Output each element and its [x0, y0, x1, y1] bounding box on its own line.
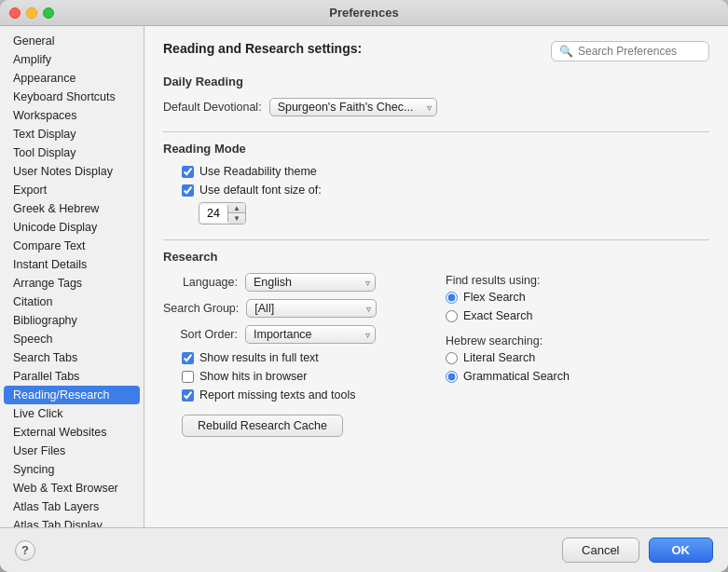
show-hits-checkbox[interactable]	[182, 371, 194, 383]
divider-2	[163, 239, 709, 240]
sidebar-item-parallel-tabs[interactable]: Parallel Tabs	[4, 367, 140, 386]
main-panel: Reading and Research settings: 🔍 Daily R…	[144, 26, 728, 527]
sidebar-item-tool-display[interactable]: Tool Display	[4, 143, 140, 162]
window-title: Preferences	[329, 6, 398, 20]
show-full-text-row: Show results in full text	[182, 351, 427, 364]
stepper-buttons: ▲ ▼	[228, 203, 245, 224]
language-label: Language:	[163, 276, 238, 289]
devotional-select-wrapper: Spurgeon's Faith's Chec... ▿	[269, 98, 437, 116]
sidebar-item-amplify[interactable]: Amplify	[4, 50, 140, 69]
preferences-window: Preferences GeneralAmplifyAppearanceKeyb…	[0, 0, 728, 572]
language-row: Language: English ▿	[163, 273, 427, 292]
sort-order-select[interactable]: Importance	[245, 325, 376, 344]
devotional-select[interactable]: Spurgeon's Faith's Chec...	[269, 98, 437, 116]
sidebar-item-atlas-tab-display[interactable]: Atlas Tab Display	[4, 516, 140, 527]
grammatical-search-label: Grammatical Search	[463, 370, 570, 383]
sidebar-item-instant-details[interactable]: Instant Details	[4, 255, 140, 274]
sidebar-item-workspaces[interactable]: Workspaces	[4, 106, 140, 125]
literal-search-row: Literal Search	[446, 351, 709, 364]
sort-order-label: Sort Order:	[163, 328, 238, 341]
show-hits-row: Show hits in browser	[182, 370, 427, 383]
flex-search-row: Flex Search	[446, 291, 709, 304]
literal-search-radio[interactable]	[446, 352, 458, 364]
report-missing-checkbox[interactable]	[182, 389, 194, 402]
sidebar-item-speech[interactable]: Speech	[4, 330, 140, 348]
hebrew-section: Hebrew searching: Literal Search Grammat…	[446, 334, 709, 383]
stepper-down-button[interactable]: ▼	[228, 213, 245, 224]
devotional-label: Default Devotional:	[163, 101, 262, 114]
close-button[interactable]	[9, 7, 21, 19]
sidebar-item-text-display[interactable]: Text Display	[4, 125, 140, 143]
maximize-button[interactable]	[43, 7, 54, 19]
research-label: Research	[163, 250, 709, 264]
find-results-section: Find results using: Flex Search Exact Se…	[446, 273, 709, 322]
reading-mode-label: Reading Mode	[163, 142, 709, 156]
sort-order-row: Sort Order: Importance ▿	[163, 325, 427, 344]
daily-reading-label: Daily Reading	[163, 75, 709, 89]
hebrew-label: Hebrew searching:	[446, 334, 543, 347]
readability-row: Use Readability theme	[163, 165, 709, 178]
flex-search-label: Flex Search	[463, 291, 526, 304]
sidebar-item-compare-text[interactable]: Compare Text	[4, 237, 140, 255]
search-icon: 🔍	[559, 45, 573, 58]
sidebar-item-user-notes-display[interactable]: User Notes Display	[4, 162, 140, 181]
font-size-checkbox[interactable]	[182, 184, 194, 197]
search-input[interactable]	[578, 45, 701, 58]
find-results-radio-group: Flex Search Exact Search	[446, 291, 709, 322]
search-group-select[interactable]: [All]	[246, 299, 377, 318]
sidebar-item-arrange-tags[interactable]: Arrange Tags	[4, 274, 140, 293]
search-group-select-wrapper: [All] ▿	[246, 299, 377, 318]
font-size-label: Use default font size of:	[199, 184, 322, 197]
font-size-value: 24	[199, 205, 228, 222]
sidebar-item-web---text-browser[interactable]: Web & Text Browser	[4, 479, 140, 497]
footer: ? Cancel OK	[0, 527, 728, 572]
minimize-button[interactable]	[26, 7, 37, 19]
ok-button[interactable]: OK	[649, 538, 714, 563]
sidebar-item-search-tabs[interactable]: Search Tabs	[4, 348, 140, 367]
devotional-row: Default Devotional: Spurgeon's Faith's C…	[163, 98, 709, 116]
footer-buttons: Cancel OK	[562, 538, 713, 563]
sidebar-item-greek---hebrew[interactable]: Greek & Hebrew	[4, 199, 140, 218]
readability-checkbox[interactable]	[182, 166, 194, 178]
sidebar-item-citation[interactable]: Citation	[4, 293, 140, 311]
sidebar-item-keyboard-shortcuts[interactable]: Keyboard Shortcuts	[4, 88, 140, 106]
sidebar-item-atlas-tab-layers[interactable]: Atlas Tab Layers	[4, 497, 140, 516]
help-button[interactable]: ?	[15, 540, 35, 561]
research-checkboxes: Show results in full text Show hits in b…	[163, 351, 427, 402]
show-full-text-label: Show results in full text	[199, 351, 319, 364]
sidebar-item-syncing[interactable]: Syncing	[4, 460, 140, 479]
stepper-up-button[interactable]: ▲	[228, 203, 245, 213]
search-box[interactable]: 🔍	[551, 41, 709, 61]
traffic-lights	[9, 7, 54, 19]
sidebar-item-reading-research[interactable]: Reading/Research	[4, 386, 140, 404]
literal-search-label: Literal Search	[463, 351, 535, 364]
divider-1	[163, 131, 709, 132]
language-select[interactable]: English	[245, 273, 376, 292]
grammatical-search-radio[interactable]	[446, 371, 458, 383]
sidebar-item-unicode-display[interactable]: Unicode Display	[4, 218, 140, 237]
panel-header: Reading and Research settings: 🔍	[163, 41, 709, 61]
show-hits-label: Show hits in browser	[199, 370, 307, 383]
exact-search-row: Exact Search	[446, 309, 709, 322]
language-select-wrapper: English ▿	[245, 273, 376, 292]
sidebar-item-appearance[interactable]: Appearance	[4, 69, 140, 88]
research-left: Language: English ▿ Search Group:	[163, 273, 427, 437]
sidebar-item-export[interactable]: Export	[4, 181, 140, 199]
research-right: Find results using: Flex Search Exact Se…	[446, 273, 709, 437]
sidebar-item-general[interactable]: General	[4, 32, 140, 50]
research-grid: Language: English ▿ Search Group:	[163, 273, 709, 437]
sidebar-item-external-websites[interactable]: External Websites	[4, 423, 140, 442]
reading-mode-section: Reading Mode Use Readability theme Use d…	[163, 142, 709, 225]
show-full-text-checkbox[interactable]	[182, 352, 194, 364]
cancel-button[interactable]: Cancel	[562, 538, 639, 563]
sidebar-item-user-files[interactable]: User Files	[4, 442, 140, 460]
find-results-label: Find results using:	[446, 274, 540, 287]
font-size-stepper[interactable]: 24 ▲ ▼	[199, 202, 246, 225]
hebrew-radio-group: Literal Search Grammatical Search	[446, 351, 709, 383]
exact-search-label: Exact Search	[463, 309, 532, 322]
sidebar-item-bibliography[interactable]: Bibliography	[4, 311, 140, 330]
flex-search-radio[interactable]	[446, 292, 458, 304]
exact-search-radio[interactable]	[446, 310, 458, 322]
rebuild-cache-button[interactable]: Rebuild Research Cache	[182, 415, 343, 437]
sidebar-item-live-click[interactable]: Live Click	[4, 404, 140, 423]
